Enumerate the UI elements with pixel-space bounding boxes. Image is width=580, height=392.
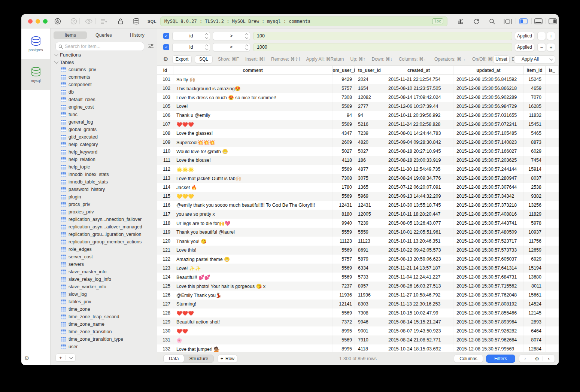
- cell-item_id[interactable]: 11829: [524, 210, 546, 219]
- refresh-icon[interactable]: [472, 17, 480, 25]
- sidebar-table-item[interactable]: comments: [51, 73, 157, 81]
- tab-items[interactable]: Items: [54, 31, 87, 39]
- connection-postgres[interactable]: postgres: [21, 28, 50, 59]
- cell-updated_at[interactable]: 2015-12-08 15:30:57.105485: [453, 129, 524, 138]
- cell-id[interactable]: 106: [157, 111, 173, 120]
- cell-comment[interactable]: Love that jacket! Outfit is fab🙌🏻: [173, 174, 332, 183]
- cell-updated_at[interactable]: 2015-12-08 15:30:57.641314: [453, 264, 524, 273]
- cell-comment[interactable]: Love that jumper! 💁🏽: [173, 344, 332, 352]
- cell-updated_at[interactable]: 2015-12-08 15:30:57.34342: [453, 192, 524, 201]
- sidebar-table-item[interactable]: slave_master_info: [51, 268, 157, 276]
- search-input[interactable]: [65, 44, 141, 49]
- cell-is_[interactable]: [546, 174, 559, 183]
- cell-to_user_id[interactable]: 94: [355, 111, 384, 120]
- cell-to_user_id[interactable]: 5027: [355, 147, 384, 156]
- sidebar-table-item[interactable]: help_keyword: [51, 148, 157, 156]
- cell-from_user_id[interactable]: 8180: [332, 210, 355, 219]
- table-row[interactable]: 127Stunning!1214183032015-11-13 22:30:16…: [157, 300, 559, 309]
- remove-filter-button[interactable]: −: [537, 43, 546, 51]
- cell-created_at[interactable]: 2015-08-26 16:03:27.513: [384, 282, 453, 291]
- cell-id[interactable]: 128: [157, 309, 173, 317]
- cell-comment[interactable]: So fly 🙌🏼: [173, 75, 332, 84]
- sidebar-table-item[interactable]: general_log: [51, 118, 157, 126]
- filter-field-select[interactable]: id: [172, 32, 210, 40]
- cell-from_user_id[interactable]: 8995: [332, 326, 355, 335]
- cell-to_user_id[interactable]: 7239: [355, 129, 384, 138]
- filter-operator-select[interactable]: >: [213, 32, 250, 40]
- cell-is_[interactable]: [546, 219, 559, 228]
- cell-created_at[interactable]: 2015-08-01 14:24:44.783: [384, 129, 453, 138]
- sidebar-table-item[interactable]: servers: [51, 261, 157, 268]
- cell-comment[interactable]: ❤️❤️: [173, 326, 332, 335]
- column-header-id[interactable]: id: [157, 66, 173, 75]
- sidebar-table-item[interactable]: gtid_executed: [51, 133, 157, 141]
- cell-created_at[interactable]: 2015-10-15 10:02:47.99: [384, 309, 453, 317]
- cell-to_user_id[interactable]: 11123: [355, 237, 384, 246]
- cell-created_at[interactable]: 2015-12-06 10:37:39.44: [384, 102, 453, 111]
- cell-is_[interactable]: [546, 129, 559, 138]
- cell-item_id[interactable]: 4659: [524, 84, 546, 93]
- add-filter-button[interactable]: +: [547, 32, 555, 40]
- cell-item_id[interactable]: 2893: [524, 317, 546, 326]
- cell-to_user_id[interactable]: 6334: [355, 264, 384, 273]
- cell-item_id[interactable]: 15661: [524, 291, 546, 300]
- cell-item_id[interactable]: 12145: [524, 309, 546, 317]
- table-row[interactable]: 103Love this dress so much 😍 so nice for…: [157, 93, 559, 102]
- sidebar-table-item[interactable]: slave_worker_info: [51, 283, 157, 291]
- cell-from_user_id[interactable]: 7372: [332, 317, 355, 326]
- cell-id[interactable]: 121: [157, 246, 173, 255]
- table-row[interactable]: 106Thank u @emily94942015-10-11 20:39:56…: [157, 111, 559, 120]
- previous-page-button[interactable]: ‹: [519, 356, 531, 362]
- table-row[interactable]: 124Beautiful!! 💕💕556957332015-11-04 12:2…: [157, 273, 559, 282]
- zoom-window-button[interactable]: [43, 19, 48, 24]
- sidebar-table-item[interactable]: help_topic: [51, 163, 157, 171]
- cell-updated_at[interactable]: 2015-12-08 15:30:57.244144: [453, 165, 524, 174]
- cell-from_user_id[interactable]: 11936: [332, 291, 355, 300]
- sidebar-table-item[interactable]: password_history: [51, 186, 157, 193]
- cell-id[interactable]: 108: [157, 129, 173, 138]
- cell-item_id[interactable]: 11832: [524, 111, 546, 120]
- cell-item_id[interactable]: 15914: [524, 165, 546, 174]
- cell-comment[interactable]: Amazing pastel theme 😁: [173, 255, 332, 264]
- cell-id[interactable]: 130: [157, 326, 173, 335]
- connection-icon[interactable]: [54, 17, 62, 25]
- tab-history[interactable]: History: [121, 31, 154, 39]
- cell-id[interactable]: 105: [157, 102, 173, 111]
- table-row[interactable]: 117you are so pretty x8180120052015-10-1…: [157, 210, 559, 219]
- cell-from_user_id[interactable]: 5559: [332, 228, 355, 237]
- cell-from_user_id[interactable]: 8995: [332, 344, 355, 352]
- cell-is_[interactable]: [546, 255, 559, 264]
- table-row[interactable]: 125Love this photo! Your hair is gorgeou…: [157, 282, 559, 291]
- table-row[interactable]: 108Love the glasses!434772392015-08-01 1…: [157, 129, 559, 138]
- cell-updated_at[interactable]: 2015-12-08 15:30:57.203625: [453, 156, 524, 165]
- cell-is_[interactable]: [546, 93, 559, 102]
- table-row[interactable]: 105Love!556927772015-12-06 10:37:39.4420…: [157, 102, 559, 111]
- column-header-updated_at[interactable]: updated_at: [453, 66, 524, 75]
- cell-item_id[interactable]: 14524: [524, 300, 546, 309]
- cell-id[interactable]: 109: [157, 138, 173, 147]
- cell-comment[interactable]: @Emily Thank you💃🏽: [173, 291, 332, 300]
- cell-item_id[interactable]: 16285: [524, 102, 546, 111]
- cell-from_user_id[interactable]: 4347: [332, 129, 355, 138]
- sidebar-table-item[interactable]: innodb_index_stats: [51, 171, 157, 178]
- sidebar-table-item[interactable]: help_category: [51, 141, 157, 148]
- cell-comment[interactable]: Love this photo! Your hair is gorgeous 😘…: [173, 282, 332, 291]
- unset-button[interactable]: Unset: [493, 55, 510, 63]
- toggle-left-panel-icon[interactable]: [519, 17, 528, 25]
- table-row[interactable]: 121Love this!556986912015-10-22 09:42:05…: [157, 246, 559, 255]
- cell-comment[interactable]: 🌸: [173, 335, 332, 344]
- database-icon[interactable]: [132, 17, 140, 25]
- cell-updated_at[interactable]: 2015-12-08 15:30:57.893964: [453, 317, 524, 326]
- cell-is_[interactable]: [546, 282, 559, 291]
- cell-to_user_id[interactable]: 186: [355, 156, 384, 165]
- commit-list-icon[interactable]: [100, 17, 108, 25]
- cell-to_user_id[interactable]: 1365: [355, 183, 384, 192]
- lock-icon[interactable]: [116, 17, 125, 25]
- cell-comment[interactable]: @emily thank you soooo much beautiful!!!…: [173, 201, 332, 210]
- cell-is_[interactable]: [546, 120, 559, 129]
- cell-updated_at[interactable]: 2015-12-08 15:30:57.140823: [453, 138, 524, 147]
- table-row[interactable]: 130❤️❤️899590012015-08-07 19:43:50.92320…: [157, 326, 559, 335]
- cell-from_user_id[interactable]: 5569: [332, 264, 355, 273]
- cell-from_user_id[interactable]: 5569: [332, 335, 355, 344]
- cell-item_id[interactable]: 8037: [524, 174, 546, 183]
